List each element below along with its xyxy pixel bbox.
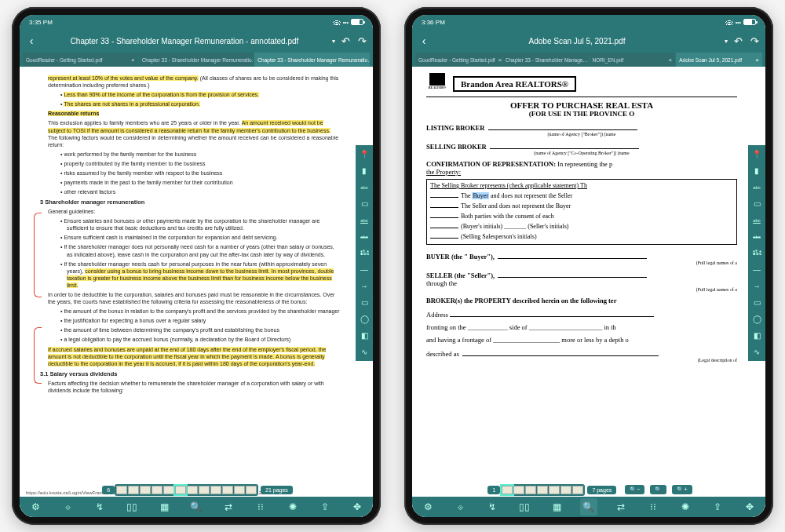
close-icon[interactable]: × [755,56,759,64]
wifi-icon [333,20,341,25]
wifi-icon [725,20,733,25]
page-thumb-bar: 6 21 pages [20,483,373,497]
share-icon[interactable]: ⇪ [316,498,334,516]
annotation-tools: 📍 ▮ abc ▭ abc abc a͌b͌c͌ — → ▭ ◯ ◧ ∿ [356,145,373,361]
settings-icon[interactable]: ✺ [677,498,694,516]
current-page[interactable]: 6 [102,486,115,494]
move-icon[interactable]: ✥ [741,498,758,516]
crop-icon[interactable]: ⟐ [59,498,76,516]
tab-2[interactable]: Chapter 33 - Shareholder Manager Remuner… [139,53,254,67]
reflow-icon[interactable]: ⁝⁝ [252,498,269,516]
app-header: ‹ Chapter 33 - Shareholder Manager Remun… [20,29,373,53]
zoom-out-icon[interactable]: 🔍− [625,485,644,494]
section-3-1: 3.1 Salary versus dividends [40,370,340,378]
wave-icon[interactable]: ∿ [359,346,371,358]
eraser-icon[interactable]: ◧ [751,330,763,341]
document-viewport[interactable]: represent at least 10% of the votes and … [20,67,373,517]
underline-icon[interactable]: abc [359,214,371,226]
statusbar-pct: ••• [343,20,349,25]
redo-icon[interactable]: ↷ [750,35,759,47]
page-thumb-bar: 1 7 pages 🔍− 🔍 🔍+ [412,483,765,497]
rect-icon[interactable]: ▭ [359,297,371,308]
move-icon[interactable]: ✥ [349,498,366,516]
close-icon[interactable]: × [498,56,502,64]
pin-icon[interactable]: 📍 [751,148,763,160]
statusbar-time: 3:35 PM [29,19,53,26]
underline-icon[interactable]: abc [751,214,763,226]
tab-1[interactable]: GoodReader - Getting Started.pdf× [23,53,138,67]
back-icon[interactable]: ‹ [26,35,37,46]
arrow-icon[interactable]: → [359,280,371,292]
ipad-left: 3:35 PM ••• ‹ Chapter 33 - Shareholder M… [12,7,381,525]
highlight-icon[interactable]: ▮ [751,165,763,177]
page-flip-icon[interactable]: ⇄ [220,498,237,516]
title-chevron-icon[interactable]: ▾ [725,38,728,45]
document-title[interactable]: Adobe Scan Jul 5, 2021.pdf [436,37,718,46]
screen-left: 3:35 PM ••• ‹ Chapter 33 - Shareholder M… [20,15,373,517]
share-icon[interactable]: ⇪ [709,498,726,516]
realtor-logo: REALTOR® [426,73,448,95]
current-page[interactable]: 1 [487,486,500,494]
oval-icon[interactable]: ◯ [751,313,763,325]
tab-bar: GoodReader - Getting Started.pdf× Chapte… [412,53,765,67]
strikeout-icon[interactable]: abc [359,231,371,242]
back-icon[interactable]: ‹ [418,35,429,46]
form-title: OFFER TO PURCHASE REAL ESTA [426,100,737,110]
line-icon[interactable]: — [751,264,763,275]
text-abc-icon[interactable]: abc [751,181,763,193]
wave-icon[interactable]: ∿ [751,346,763,358]
gear-icon[interactable]: ⚙ [27,498,44,516]
settings-icon[interactable]: ✺ [284,498,301,516]
line-icon[interactable]: — [359,264,371,275]
crop-icon[interactable]: ⟐ [451,498,469,516]
squiggly-icon[interactable]: a͌b͌c͌ [751,247,763,259]
route-icon[interactable]: ↯ [484,498,501,516]
tab-3[interactable]: NORI_EN.pdf× [590,53,676,67]
statusbar-pct: ••• [736,20,741,25]
page-thumbnails[interactable] [115,484,258,496]
zoom-fit-icon[interactable]: 🔍 [650,485,666,494]
close-icon[interactable]: × [131,56,135,64]
document-viewport[interactable]: REALTOR® Brandon Area REALTORS® OFFER TO… [412,67,765,517]
tab-2[interactable]: Chapter 33 - Shareholder Manage…× [502,53,589,67]
search-icon[interactable]: 🔍 [580,498,597,516]
form-subtitle: (FOR USE IN THE PROVINCE O [426,110,737,118]
battery-icon [351,19,363,25]
annotation-tools: 📍 ▮ abc ▭ abc abc a͌b͌c͌ — → ▭ ◯ ◧ ∿ [748,145,765,361]
search-icon[interactable]: 🔍 [188,498,205,516]
gear-icon[interactable]: ⚙ [419,498,436,516]
note-icon[interactable]: ▭ [751,198,763,210]
undo-icon[interactable]: ↶ [734,35,743,47]
strikeout-icon[interactable]: abc [751,231,763,242]
representation-box: The Selling Broker represents (check app… [426,179,737,245]
section-3: 3 Shareholder manager remuneration [40,199,340,206]
grid-icon[interactable]: ▦ [155,498,173,516]
route-icon[interactable]: ↯ [91,498,108,516]
rect-icon[interactable]: ▭ [751,297,763,308]
text-abc-icon[interactable]: abc [359,181,371,193]
zoom-in-icon[interactable]: 🔍+ [672,485,692,494]
undo-icon[interactable]: ↶ [341,35,350,47]
document-title[interactable]: Chapter 33 - Shareholder Manager Remuner… [43,37,326,46]
highlight-icon[interactable]: ▮ [359,165,371,177]
tab-4[interactable]: Adobe Scan Jul 5, 2021.pdf× [676,53,762,67]
grid-icon[interactable]: ▦ [548,498,565,516]
book-icon[interactable]: ▯▯ [123,498,141,516]
book-icon[interactable]: ▯▯ [516,498,533,516]
squiggly-icon[interactable]: a͌b͌c͌ [359,247,371,259]
page-flip-icon[interactable]: ⇄ [612,498,630,516]
note-icon[interactable]: ▭ [359,198,371,210]
brand-box: Brandon Area REALTORS® [453,76,576,92]
oval-icon[interactable]: ◯ [359,313,371,325]
tab-1[interactable]: GoodReader - Getting Started.pdf× [415,53,502,67]
tab-3[interactable]: Chapter 33 - Shareholder Manager Remuner… [254,53,370,67]
page-count: 7 pages [587,486,616,494]
reflow-icon[interactable]: ⁝⁝ [644,498,662,516]
title-chevron-icon[interactable]: ▾ [332,38,335,45]
pin-icon[interactable]: 📍 [359,148,371,160]
redo-icon[interactable]: ↷ [358,35,367,47]
page-thumbnails[interactable] [500,484,585,496]
arrow-icon[interactable]: → [751,280,763,292]
close-icon[interactable]: × [669,56,673,64]
eraser-icon[interactable]: ◧ [359,330,371,341]
